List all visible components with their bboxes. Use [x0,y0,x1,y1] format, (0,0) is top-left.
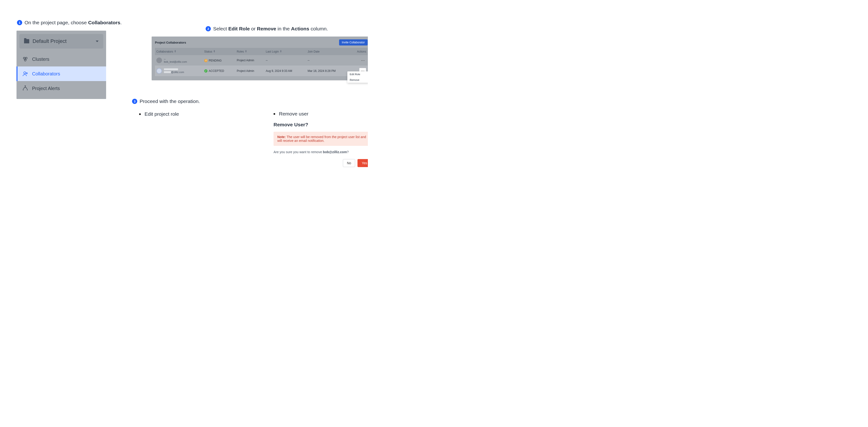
sidebar-item-project-alerts[interactable]: Project Alerts [17,81,106,96]
svg-point-1 [26,57,27,59]
sidebar-item-label: Clusters [32,57,49,62]
step1-badge: 1 [17,20,22,25]
menu-item-edit-role[interactable]: Edit Role [347,71,368,77]
confirm-text: Are you sure you want to remove bob@zill… [274,150,368,154]
svg-point-2 [24,59,26,61]
avatar-icon [156,68,162,74]
collaborators-icon [22,71,28,77]
svg-point-4 [26,73,27,74]
folder-icon [24,39,29,43]
sidebar-item-clusters[interactable]: Clusters [17,52,106,66]
th-join-date: Join Date [306,48,350,55]
row-join-date: Mar 18, 2024 8:28 PM [306,66,350,76]
step2-badge: 2 [206,26,211,31]
project-alerts-icon [22,85,28,92]
step1-text: On the project page, choose Collaborator… [25,20,122,26]
sidebar-panel: Default Project Clusters Collaborators P… [17,31,106,99]
row-email: @zilliz.com [164,71,184,73]
avatar-icon [156,58,162,63]
sidebar-item-label: Project Alerts [32,86,60,91]
th-status[interactable]: Status▲▼ [203,48,235,55]
remove-note-box: Note: The user will be removed from the … [274,132,368,146]
svg-point-0 [23,57,25,59]
sort-icon: ▲▼ [174,50,176,53]
sort-icon: ▲▼ [245,50,247,53]
instruction-canvas: 1 On the project page, choose Collaborat… [9,9,368,184]
status-pending: ⏱ PENDING [204,59,222,62]
bullet-remove-user: Remove user [274,111,368,117]
clock-icon: ⏱ [204,59,208,62]
row-last-login: Aug 9, 2024 9:33 AM [264,66,306,76]
yes-button[interactable]: Yes [358,159,368,167]
check-icon: ✓ [204,69,208,73]
note-label: Note: [277,135,286,139]
row-role: Project Admin [235,55,264,66]
step1-line: 1 On the project page, choose Collaborat… [17,20,122,26]
th-actions: Actions [350,48,368,55]
row-join-date: -- [306,55,350,66]
table-row: -- bob_test@zilliz.com ⏱ PENDING Project… [155,55,368,66]
remove-column: Remove user Remove User? Note: The user … [274,111,368,167]
collaborators-table-panel: Project Collaborators Invite Collaborato… [152,36,368,80]
status-accepted: ✓ ACCEPTED [204,69,224,73]
note-text: The user will be removed from the projec… [277,135,366,142]
step3-text: Proceed with the operation. [140,99,200,104]
step2-text: Select Edit Role or Remove in the Action… [213,26,328,32]
table-row: @zilliz.com ✓ ACCEPTED Project Admin Aug… [155,66,368,76]
step3-badge: 3 [132,99,137,104]
project-selector[interactable]: Default Project [19,34,103,48]
row-actions-button[interactable]: ⋯ [360,58,366,63]
redacted-name [164,68,178,70]
sidebar-item-label: Collaborators [32,71,60,76]
bullet-edit-role: Edit project role [139,111,179,117]
row-role: Project Admin [235,66,264,76]
th-collaborators[interactable]: Collaborators▲▼ [155,48,203,55]
sidebar-item-collaborators[interactable]: Collaborators [17,66,106,81]
th-roles[interactable]: Roles▲▼ [235,48,264,55]
project-name-label: Default Project [33,38,66,44]
caret-down-icon [96,40,99,42]
bullet-icon [139,113,141,115]
no-button[interactable]: No [343,159,355,167]
clusters-icon [22,56,28,62]
step3-line: 3 Proceed with the operation. [132,99,368,104]
invite-collaborator-button[interactable]: Invite Collaborator [339,39,368,45]
row-name: -- [164,58,187,60]
svg-point-3 [24,72,26,74]
sort-icon: ▲▼ [280,50,282,53]
collaborators-table: Collaborators▲▼ Status▲▼ Roles▲▼ Last Lo… [155,48,368,76]
remove-dialog-title: Remove User? [274,122,368,128]
step3-section: 3 Proceed with the operation. Edit proje… [132,99,368,137]
table-title: Project Collaborators [155,41,186,44]
row-last-login: -- [264,55,306,66]
bullet-icon [274,113,275,115]
step2-line: 2 Select Edit Role or Remove in the Acti… [206,26,328,32]
actions-dropdown: Edit Role Remove [347,71,368,83]
menu-item-remove[interactable]: Remove [347,77,368,83]
row-email: bob_test@zilliz.com [164,60,187,63]
sort-icon: ▲▼ [213,50,215,53]
th-last-login[interactable]: Last Login▲▼ [264,48,306,55]
